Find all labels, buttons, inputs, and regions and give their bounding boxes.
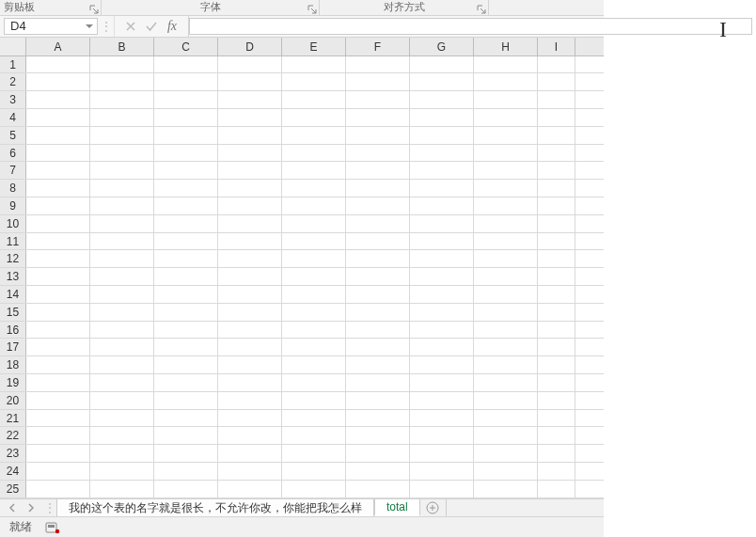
- row-header[interactable]: 2: [0, 73, 26, 90]
- cell[interactable]: [282, 481, 346, 498]
- cell[interactable]: [538, 56, 575, 73]
- formula-input[interactable]: I: [189, 18, 752, 35]
- add-sheet-button[interactable]: [420, 499, 447, 517]
- cell[interactable]: [282, 180, 346, 197]
- cell[interactable]: [346, 356, 410, 373]
- row-header[interactable]: 25: [0, 481, 26, 498]
- cell[interactable]: [154, 481, 218, 498]
- cell[interactable]: [538, 268, 575, 285]
- cell[interactable]: [538, 356, 575, 373]
- row-header[interactable]: 3: [0, 91, 26, 108]
- cell[interactable]: [26, 91, 90, 108]
- row-header[interactable]: 12: [0, 250, 26, 267]
- cell[interactable]: [282, 91, 346, 108]
- cell[interactable]: [410, 197, 474, 214]
- cell[interactable]: [346, 145, 410, 162]
- cell[interactable]: [346, 162, 410, 179]
- cell[interactable]: [26, 339, 90, 355]
- cell[interactable]: [218, 250, 282, 267]
- cell[interactable]: [90, 463, 154, 480]
- cell[interactable]: [26, 73, 90, 90]
- cell[interactable]: [282, 445, 346, 462]
- cell[interactable]: [90, 233, 154, 250]
- cell[interactable]: [346, 268, 410, 285]
- cell[interactable]: [346, 374, 410, 391]
- cell[interactable]: [410, 304, 474, 321]
- column-header[interactable]: G: [410, 38, 474, 55]
- cell[interactable]: [538, 180, 575, 197]
- row-header[interactable]: 8: [0, 180, 26, 197]
- row-header[interactable]: 14: [0, 286, 26, 303]
- cell[interactable]: [474, 374, 538, 391]
- cell[interactable]: [26, 250, 90, 267]
- cell[interactable]: [218, 339, 282, 355]
- name-box-dropdown-icon[interactable]: [82, 23, 97, 30]
- cell[interactable]: [90, 162, 154, 179]
- cell[interactable]: [26, 481, 90, 498]
- cell[interactable]: [282, 250, 346, 267]
- cell[interactable]: [26, 127, 90, 144]
- cell[interactable]: [346, 445, 410, 462]
- cell[interactable]: [154, 233, 218, 250]
- cell[interactable]: [410, 374, 474, 391]
- cell[interactable]: [218, 73, 282, 90]
- cell[interactable]: [282, 56, 346, 73]
- ribbon-group-alignment[interactable]: 对齐方式: [320, 0, 489, 15]
- cell[interactable]: [282, 145, 346, 162]
- cell[interactable]: [218, 445, 282, 462]
- cell[interactable]: [410, 410, 474, 427]
- cell[interactable]: [90, 286, 154, 303]
- cell[interactable]: [282, 374, 346, 391]
- cell[interactable]: [474, 109, 538, 126]
- row-header[interactable]: 16: [0, 322, 26, 339]
- cell[interactable]: [346, 180, 410, 197]
- cell[interactable]: [26, 286, 90, 303]
- row-header[interactable]: 4: [0, 109, 26, 126]
- cell[interactable]: [538, 215, 575, 232]
- cell[interactable]: [218, 463, 282, 480]
- cell[interactable]: [26, 322, 90, 339]
- cell[interactable]: [538, 481, 575, 498]
- cell[interactable]: [154, 304, 218, 321]
- cell[interactable]: [474, 197, 538, 214]
- cell[interactable]: [538, 339, 575, 355]
- cell[interactable]: [346, 410, 410, 427]
- cell[interactable]: [538, 233, 575, 250]
- cell[interactable]: [474, 286, 538, 303]
- cell[interactable]: [346, 463, 410, 480]
- row-header[interactable]: 5: [0, 127, 26, 144]
- row-header[interactable]: 7: [0, 162, 26, 179]
- cell[interactable]: [26, 145, 90, 162]
- cell[interactable]: [410, 91, 474, 108]
- cell[interactable]: [26, 215, 90, 232]
- cell[interactable]: [218, 91, 282, 108]
- cell[interactable]: [346, 304, 410, 321]
- tab-nav-prev-icon[interactable]: [8, 499, 17, 517]
- cell[interactable]: [474, 162, 538, 179]
- cell[interactable]: [346, 481, 410, 498]
- dialog-launcher-icon[interactable]: [477, 5, 486, 14]
- cell[interactable]: [154, 109, 218, 126]
- select-all-corner[interactable]: [0, 38, 26, 55]
- cell[interactable]: [346, 73, 410, 90]
- row-header[interactable]: 6: [0, 145, 26, 162]
- cell[interactable]: [90, 304, 154, 321]
- cell[interactable]: [218, 374, 282, 391]
- cell[interactable]: [346, 127, 410, 144]
- cell[interactable]: [410, 56, 474, 73]
- cell[interactable]: [218, 481, 282, 498]
- cell[interactable]: [410, 215, 474, 232]
- cell[interactable]: [90, 197, 154, 214]
- cell[interactable]: [154, 250, 218, 267]
- cell[interactable]: [346, 286, 410, 303]
- cell[interactable]: [26, 463, 90, 480]
- cell[interactable]: [410, 145, 474, 162]
- cell[interactable]: [154, 445, 218, 462]
- cell[interactable]: [538, 145, 575, 162]
- cell[interactable]: [282, 410, 346, 427]
- cell[interactable]: [90, 410, 154, 427]
- name-box-value[interactable]: D4: [5, 19, 82, 33]
- cell[interactable]: [90, 145, 154, 162]
- cell[interactable]: [218, 410, 282, 427]
- cell[interactable]: [26, 180, 90, 197]
